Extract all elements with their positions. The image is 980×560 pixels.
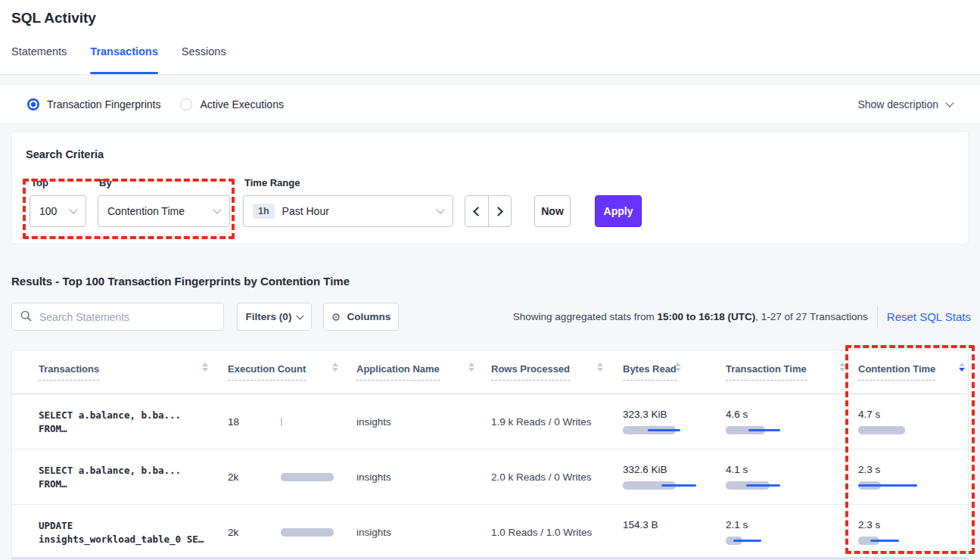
contention-time-cell: 2.3 s (858, 450, 969, 504)
bytes-read-cell: 323.3 KiB (623, 394, 726, 449)
transactions-table: Transactions Execution Count Application… (11, 350, 969, 560)
time-prev-button[interactable] (465, 196, 488, 226)
sql-text-line1: SELECT a.balance, b.ba... (39, 465, 181, 476)
transaction-fingerprint-link[interactable]: SELECT a.balance, b.ba... FROM… (39, 450, 228, 504)
stats-text: Showing aggregated stats from 15:00 to 1… (513, 311, 868, 322)
sort-icon[interactable] (959, 362, 965, 372)
show-description-toggle[interactable]: Show description (857, 98, 953, 110)
by-label: By (99, 177, 112, 188)
by-select[interactable]: Contention Time (98, 195, 230, 227)
transaction-time-bar (726, 426, 786, 434)
sort-icon[interactable] (597, 362, 603, 372)
bytes-read-bar (623, 426, 683, 434)
time-range-label: Time Range (244, 177, 300, 188)
transaction-fingerprint-link[interactable]: SELECT a.balance, b.ba... FROM… (39, 394, 228, 449)
sql-activity-page: SQL Activity Statements Transactions Ses… (0, 0, 980, 560)
time-range-badge: 1h (253, 204, 275, 219)
page-title: SQL Activity (11, 10, 96, 26)
transaction-time-bar (726, 481, 786, 490)
horizontal-scrollbar[interactable] (12, 557, 968, 559)
contention-time-cell: 2.3 s (858, 505, 969, 559)
sort-icon[interactable] (202, 362, 208, 372)
tab-bar: Statements Transactions Sessions (11, 45, 226, 74)
column-header-execution-count[interactable]: Execution Count (228, 350, 356, 394)
table-row[interactable]: SELECT a.balance, b.ba... FROM… 18 insig… (12, 394, 968, 450)
chevron-down-icon (297, 312, 304, 319)
time-range-select[interactable]: 1h Past Hour (243, 195, 453, 227)
execution-count-bar (281, 528, 334, 537)
table-row[interactable]: UPDATE insights_workload_table_0 SE… 2k … (12, 505, 968, 560)
apply-button[interactable]: Apply (595, 195, 642, 227)
radio-option-active-executions[interactable]: Active Executions (180, 98, 284, 110)
search-input[interactable] (11, 303, 224, 331)
tab-transactions[interactable]: Transactions (90, 45, 157, 74)
time-range-value: Past Hour (282, 205, 329, 217)
chevron-down-icon (69, 205, 77, 213)
contention-time-bar (858, 481, 918, 490)
radio-option-transaction-fingerprints[interactable]: Transaction Fingerprints (27, 98, 160, 110)
search-criteria-heading: Search Criteria (26, 148, 104, 160)
chevron-down-icon (213, 205, 221, 213)
tab-sessions[interactable]: Sessions (182, 45, 226, 74)
execution-count-bar (281, 473, 334, 481)
sql-text-line2: FROM… (39, 423, 67, 434)
transaction-time-cell: 2.1 s (726, 505, 858, 559)
execution-count-cell: 2k (228, 450, 356, 504)
reset-sql-stats-link[interactable]: Reset SQL Stats (887, 310, 971, 323)
rows-processed-cell: 1.9 k Reads / 0 Writes (491, 394, 623, 449)
now-button[interactable]: Now (534, 195, 571, 227)
table-header-row: Transactions Execution Count Application… (12, 350, 968, 394)
bytes-read-cell: 154.3 B (623, 505, 726, 559)
search-box (11, 303, 224, 331)
radio-label: Transaction Fingerprints (47, 98, 160, 110)
chevron-right-icon (493, 207, 503, 216)
column-header-application-name[interactable]: Application Name (356, 350, 491, 394)
top-select[interactable]: 100 (30, 195, 86, 227)
execution-count-cell: 18 (228, 394, 356, 449)
sql-text-line1: UPDATE (39, 520, 73, 531)
bytes-read-cell: 332.6 KiB (623, 450, 726, 504)
application-name-cell: insights (356, 450, 491, 504)
column-header-contention-time[interactable]: Contention Time (858, 350, 969, 394)
columns-button-label: Columns (347, 311, 390, 322)
page-header: SQL Activity Statements Transactions Ses… (0, 0, 980, 75)
filters-button-label: Filters (0) (246, 311, 292, 322)
sort-icon[interactable] (839, 362, 845, 372)
transaction-time-cell: 4.6 s (726, 394, 858, 449)
divider (877, 306, 878, 328)
transaction-time-bar (726, 537, 786, 545)
sql-text-line1: SELECT a.balance, b.ba... (39, 409, 181, 421)
top-label: Top (31, 177, 48, 188)
gear-icon: ⚙ (331, 312, 341, 322)
stats-summary: Showing aggregated stats from 15:00 to 1… (513, 303, 971, 331)
columns-button[interactable]: ⚙ Columns (323, 303, 399, 331)
tab-statements[interactable]: Statements (11, 45, 67, 74)
radio-transaction-fingerprints-icon[interactable] (27, 98, 39, 110)
chevron-down-icon (436, 205, 444, 213)
column-header-rows-processed[interactable]: Rows Processed (491, 350, 623, 394)
sort-icon[interactable] (675, 362, 681, 372)
sql-text-line2: FROM… (39, 478, 67, 490)
view-toggle-bar: Transaction Fingerprints Active Executio… (0, 85, 980, 123)
transaction-fingerprint-link[interactable]: UPDATE insights_workload_table_0 SE… (39, 505, 228, 559)
contention-time-bar (858, 426, 918, 434)
filters-button[interactable]: Filters (0) (237, 303, 312, 331)
sort-icon[interactable] (468, 362, 474, 372)
column-header-bytes-read[interactable]: Bytes Read (623, 350, 726, 394)
bytes-read-bar (623, 481, 683, 490)
chevron-down-icon (945, 98, 954, 107)
show-description-label: Show description (857, 98, 938, 110)
time-next-button[interactable] (488, 196, 512, 226)
by-select-value: Contention Time (107, 205, 185, 217)
radio-label: Active Executions (200, 98, 284, 110)
rows-processed-cell: 1.0 Reads / 1.0 Writes (491, 505, 623, 559)
application-name-cell: insights (356, 394, 491, 449)
contention-time-cell: 4.7 s (858, 394, 969, 449)
sql-text-line2: insights_workload_table_0 SE… (39, 534, 204, 545)
table-row[interactable]: SELECT a.balance, b.ba... FROM… 2k insig… (12, 450, 968, 505)
column-header-transaction-time[interactable]: Transaction Time (726, 350, 858, 394)
radio-active-executions-icon[interactable] (180, 98, 192, 110)
application-name-cell: insights (356, 505, 491, 559)
column-header-transactions[interactable]: Transactions (39, 350, 228, 394)
sort-icon[interactable] (332, 362, 338, 372)
